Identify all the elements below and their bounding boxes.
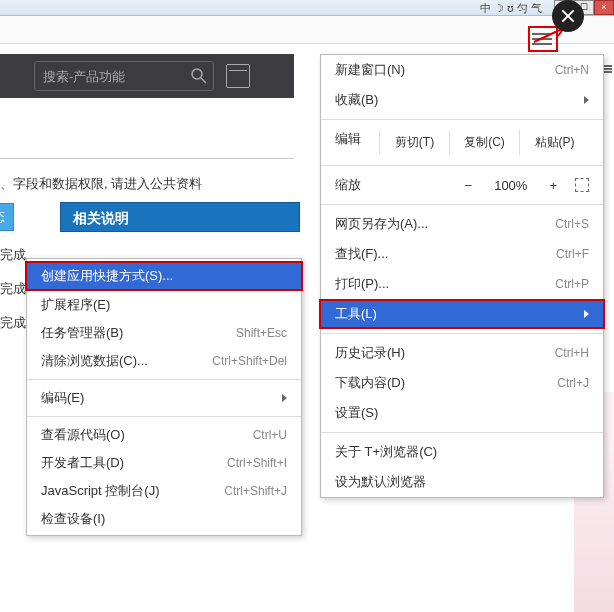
close-window-button[interactable]: × xyxy=(594,0,614,15)
annotation-close-badge xyxy=(552,0,584,32)
tools-submenu: 创建应用快捷方式(S)... 扩展程序(E) 任务管理器(B)Shift+Esc… xyxy=(26,258,302,536)
menu-favorites[interactable]: 收藏(B) xyxy=(321,85,603,115)
svg-point-0 xyxy=(192,69,202,79)
menu-print[interactable]: 打印(P)...Ctrl+P xyxy=(321,269,603,299)
fullscreen-icon[interactable] xyxy=(575,178,589,192)
chevron-right-icon xyxy=(584,96,589,104)
menu-find[interactable]: 查找(F)...Ctrl+F xyxy=(321,239,603,269)
menu-copy[interactable]: 复制(C) xyxy=(449,130,519,155)
status-cell: 完成 xyxy=(0,238,26,272)
menu-edit-row: 编辑 剪切(T) 复制(C) 粘贴(P) xyxy=(321,124,603,161)
submenu-clear-data[interactable]: 清除浏览数据(C)...Ctrl+Shift+Del xyxy=(27,347,301,375)
search-input[interactable] xyxy=(35,69,185,84)
ime-indicator: 中 ☽ ʊ 匀 气 xyxy=(480,0,542,16)
app-toolbar xyxy=(0,54,294,98)
submenu-dev-tools[interactable]: 开发者工具(D)Ctrl+Shift+I xyxy=(27,449,301,477)
menu-settings[interactable]: 设置(S) xyxy=(321,398,603,428)
menu-new-window[interactable]: 新建窗口(N)Ctrl+N xyxy=(321,55,603,85)
permission-notice: 、字段和数据权限, 请进入公共资料 xyxy=(0,159,294,203)
menu-downloads[interactable]: 下载内容(D)Ctrl+J xyxy=(321,368,603,398)
menu-cut[interactable]: 剪切(T) xyxy=(379,130,449,155)
status-cell: 完成 xyxy=(0,272,26,306)
menu-history[interactable]: 历史记录(H)Ctrl+H xyxy=(321,338,603,368)
chevron-right-icon xyxy=(584,310,589,318)
menu-set-default[interactable]: 设为默认浏览器 xyxy=(321,467,603,497)
submenu-view-source[interactable]: 查看源代码(O)Ctrl+U xyxy=(27,421,301,449)
status-column: 完成 完成 完成 xyxy=(0,238,26,340)
description-header: 相关说明 xyxy=(60,202,300,232)
menu-save-as[interactable]: 网页另存为(A)...Ctrl+S xyxy=(321,209,603,239)
search-icon[interactable] xyxy=(185,62,213,90)
submenu-task-manager[interactable]: 任务管理器(B)Shift+Esc xyxy=(27,319,301,347)
search-box[interactable] xyxy=(34,61,214,91)
zoom-in-button[interactable]: + xyxy=(545,178,561,193)
browser-main-menu: 新建窗口(N)Ctrl+N 收藏(B) 编辑 剪切(T) 复制(C) 粘贴(P)… xyxy=(320,54,604,498)
submenu-extensions[interactable]: 扩展程序(E) xyxy=(27,291,301,319)
menu-about[interactable]: 关于 T+浏览器(C) xyxy=(321,437,603,467)
status-cell: 完成 xyxy=(0,306,26,340)
submenu-create-shortcut[interactable]: 创建应用快捷方式(S)... xyxy=(25,261,303,291)
calendar-icon[interactable] xyxy=(226,64,250,88)
zoom-value: 100% xyxy=(490,178,531,193)
zoom-out-button[interactable]: − xyxy=(461,178,477,193)
svg-line-1 xyxy=(201,78,206,83)
secondary-menu-icon[interactable] xyxy=(604,64,614,74)
menu-zoom-row: 缩放 − 100% + xyxy=(321,170,603,200)
menu-zoom-label: 缩放 xyxy=(335,176,461,194)
status-tab[interactable]: 状态 xyxy=(0,203,14,231)
menu-tools[interactable]: 工具(L) xyxy=(319,299,605,329)
menu-paste[interactable]: 粘贴(P) xyxy=(519,130,589,155)
menu-edit-label: 编辑 xyxy=(335,130,379,155)
submenu-js-console[interactable]: JavaScript 控制台(J)Ctrl+Shift+J xyxy=(27,477,301,505)
window-titlebar: 中 ☽ ʊ 匀 气 – ☐ × xyxy=(0,0,614,16)
browser-tabstrip xyxy=(0,16,614,44)
submenu-encoding[interactable]: 编码(E) xyxy=(27,384,301,412)
submenu-inspect[interactable]: 检查设备(I) xyxy=(27,505,301,533)
chevron-right-icon xyxy=(282,394,287,402)
